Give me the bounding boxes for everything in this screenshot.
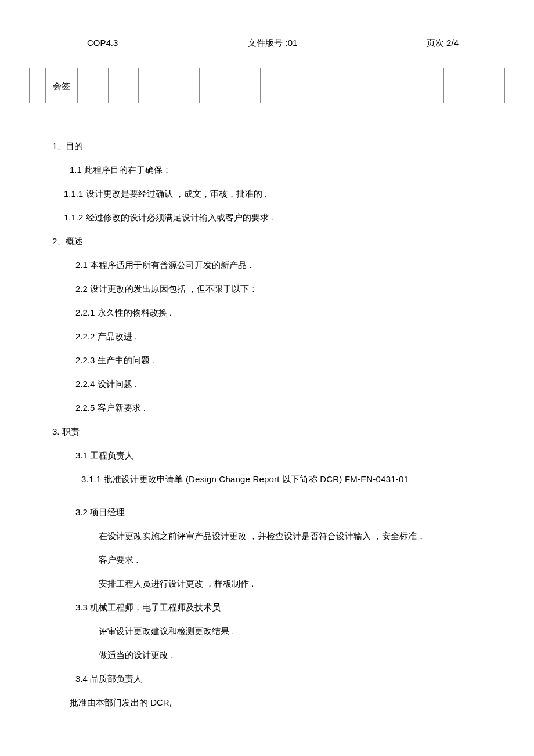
- table-row: 会签: [30, 68, 505, 103]
- version-label: 文件版号 :01: [211, 35, 334, 50]
- body-text: 1.1 此程序目的在于确保：: [70, 162, 499, 178]
- body-text: 批准由本部门发出的 DCR,: [70, 694, 499, 710]
- table-cell: [322, 68, 352, 103]
- doc-code: COP4.3: [87, 35, 211, 50]
- body-text: 3.2 项目经理: [75, 504, 499, 520]
- body-text: 2.1 本程序适用于所有普源公司开发的新产品 .: [75, 257, 499, 273]
- table-cell: [78, 68, 109, 103]
- sign-label: 会签: [53, 81, 70, 91]
- body-text: 3.3 机械工程师，电子工程师及技术员: [75, 599, 499, 615]
- body-text: 2.2.2 产品改进 .: [75, 328, 499, 344]
- body-text: 评审设计更改建议和检测更改结果 .: [99, 623, 499, 639]
- body-text: 1.1.1 设计更改是要经过确认 ，成文，审核，批准的 .: [64, 186, 499, 201]
- table-cell: [261, 68, 291, 103]
- page-header: COP4.3 文件版号 :01 页次 2/4: [29, 35, 505, 50]
- table-cell: [383, 68, 413, 103]
- body-text: 2.2.3 生产中的问题 .: [75, 352, 499, 368]
- body-text: 3.1 工程负责人: [75, 447, 499, 463]
- body-text: 2.2.1 永久性的物料改换 .: [75, 305, 499, 320]
- table-cell: [352, 68, 383, 103]
- table-cell: [169, 68, 200, 103]
- table-cell: [230, 68, 261, 103]
- body-text: 3.1.1 批准设计更改申请单 (Design Change Report 以下…: [81, 471, 499, 487]
- body-text: 2.2.4 设计问题 .: [75, 376, 499, 392]
- table-cell: [474, 68, 505, 103]
- body-text: 2.2.5 客户新要求 .: [75, 400, 499, 415]
- body-text: 客户要求 .: [99, 552, 499, 567]
- signature-table: 会签: [29, 68, 505, 103]
- sign-label-cell: 会签: [46, 68, 78, 103]
- body-text: 2.2 设计更改的发出原因包括 ，但不限于以下：: [75, 281, 499, 296]
- page-number: 页次 2/4: [335, 35, 482, 50]
- table-cell: [443, 68, 474, 103]
- table-cell: [291, 68, 322, 103]
- table-cell: [200, 68, 230, 103]
- table-cell: [413, 68, 444, 103]
- document-body: 1、目的 1.1 此程序目的在于确保： 1.1.1 设计更改是要经过确认 ，成文…: [29, 138, 505, 710]
- body-text: 安排工程人员进行设计更改 ，样板制作 .: [99, 576, 499, 591]
- table-cell: [30, 68, 46, 103]
- table-cell: [139, 68, 169, 103]
- table-cell: [108, 68, 139, 103]
- section-1-title: 1、目的: [52, 138, 499, 154]
- body-text: 3.4 品质部负责人: [75, 671, 499, 686]
- section-2-title: 2、概述: [52, 233, 499, 249]
- body-text: 1.1.2 经过修改的设计必须满足设计输入或客户的要求 .: [64, 209, 499, 225]
- body-text: 在设计更改实施之前评审产品设计更改 ，并检查设计是否符合设计输入 ，安全标准，: [99, 528, 499, 544]
- body-text: 做适当的设计更改 .: [99, 647, 499, 663]
- section-3-title: 3. 职责: [52, 424, 499, 439]
- footer-divider: [29, 715, 505, 715]
